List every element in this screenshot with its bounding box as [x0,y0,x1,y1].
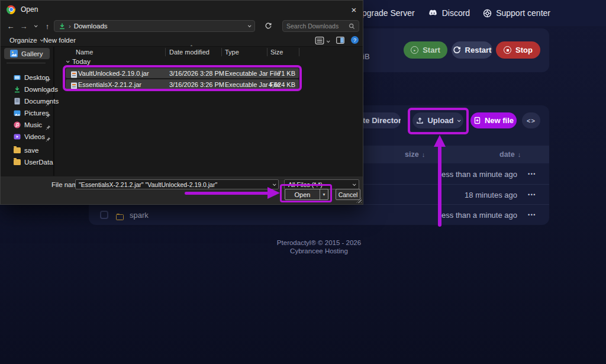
stop-circle-icon [504,46,511,54]
column-header-name[interactable]: Name [76,49,93,56]
sidebar-item-gallery[interactable]: Gallery [4,48,50,59]
start-button[interactable]: ▸ Start [404,41,447,59]
footer-host: Cybrancee Hosting [277,247,361,255]
discord-icon [428,9,438,17]
play-circle-icon: ▸ [411,46,418,54]
recent-locations-chevron[interactable] [30,18,41,34]
gallery-label: Gallery [21,50,43,57]
size-column-header[interactable]: size ↓ [405,146,425,163]
sidebar-item-documents[interactable]: Documents [1,96,53,107]
sort-desc-icon: ↓ [422,151,426,158]
back-button[interactable]: ← [5,18,16,34]
refresh-button[interactable] [261,20,275,32]
chevron-down-icon [66,59,70,63]
sort-asc-icon: ˆ [191,44,192,50]
support-lifebuoy-icon [483,9,492,18]
sidebar-item-pictures[interactable]: Pictures [1,108,53,118]
up-button[interactable]: ↑ [42,18,53,34]
forward-button[interactable]: → [18,18,29,34]
file-row-selected[interactable]: VaultUnlocked-2.19.0.jar 3/16/2026 3:28 … [66,68,299,78]
sidebar-item-desktop[interactable]: Desktop [1,72,53,83]
panel-header-links: ↑ Upgrade Server Discord Support center [347,0,550,26]
pictures-icon [14,109,21,117]
chevron-down-icon[interactable] [273,182,276,186]
support-center-label: Support center [496,8,550,18]
new-folder-button[interactable]: New folder [43,34,76,47]
chevron-down-icon [353,182,356,186]
folder-icon [116,214,124,220]
row-menu-icon[interactable]: ••• [528,171,536,177]
desktop-icon [14,74,21,81]
start-label: Start [423,46,440,54]
cancel-button[interactable]: Cancel [336,189,360,200]
preview-pane-button[interactable] [336,36,344,44]
open-file-dialog: Open × ← → ↑ › Downloads Organize New fo… [0,0,363,205]
file-type-select[interactable]: All Files (*.*) [284,179,359,189]
row-menu-icon[interactable]: ••• [528,192,536,198]
list-view-icon [315,37,324,44]
restart-label: Restart [465,46,492,54]
sort-desc-icon: ↓ [518,151,521,158]
dialog-footer: File name: All Files (*.*) Open ▼ Cancel [1,176,363,204]
downloads-icon [59,22,66,30]
table-row-spark[interactable]: spark less than a minute ago ••• [89,204,549,225]
sidebar-item-music[interactable]: Music [1,120,53,130]
create-directory-label: te Directory [363,116,401,125]
stop-button[interactable]: Stop [496,41,540,59]
address-bar[interactable]: › Downloads [54,20,255,32]
file-size: 71 KB [278,70,295,77]
preview-pane-icon [336,37,344,44]
column-header-type[interactable]: Type [225,49,239,56]
file-date: 3/16/2026 3:26 PM [169,81,224,88]
file-size: 4,624 KB [269,81,295,88]
support-center-link[interactable]: Support center [483,8,550,18]
open-button[interactable]: Open [285,189,320,199]
jar-file-icon [70,70,78,80]
file-name-input[interactable] [79,181,270,188]
sidebar-item-userdata[interactable]: UserData [1,157,53,167]
discord-link[interactable]: Discord [428,8,470,18]
column-header-date-modified[interactable]: Date modified [169,49,209,56]
refresh-icon [265,22,272,30]
sidebar-item-videos[interactable]: Videos [1,131,53,142]
document-icon [14,98,21,105]
new-file-label: New file [485,116,514,125]
sidebar-item-downloads[interactable]: Downloads [1,84,53,95]
file-type: Executable Jar File [225,70,281,77]
search-input[interactable] [286,22,346,30]
discord-label: Discord [442,8,470,18]
date-column-header[interactable]: date ↓ [499,146,521,163]
view-mode-chevron[interactable] [327,35,329,48]
downloads-icon [14,86,21,93]
folder-icon [14,159,21,166]
column-header-size[interactable]: Size [270,49,283,56]
file-row-selected[interactable]: EssentialsX-2.21.2.jar 3/16/2026 3:26 PM… [66,79,299,89]
close-icon[interactable]: × [345,1,363,18]
open-dropdown-button[interactable]: ▼ [320,189,328,199]
dialog-body: Gallery Desktop Downloads Documents Pict… [1,47,363,176]
organize-menu[interactable]: Organize [9,34,43,47]
code-editor-button[interactable]: <> [522,112,540,128]
row-menu-icon[interactable]: ••• [528,212,536,218]
dialog-title-bar[interactable]: Open [1,1,363,18]
upload-arrow-shaft [438,146,441,227]
group-header-today[interactable]: Today [66,58,91,65]
breadcrumb-location[interactable]: Downloads [74,22,108,30]
row-checkbox[interactable] [100,211,108,219]
sidebar-item-save[interactable]: save [1,145,53,156]
breadcrumb-chevron-icon: › [69,22,71,30]
pin-icon [46,134,51,144]
folder-icon [14,147,21,154]
jar-file-icon [70,81,78,92]
chrome-icon [7,5,15,14]
view-mode-button[interactable] [315,36,324,44]
music-icon [14,121,21,128]
sidebar-separator [7,63,46,63]
footer-copyright: Pterodactyl® © 2015 - 2026 [277,239,361,247]
restart-button[interactable]: Restart [452,41,492,59]
dialog-command-bar: Organize New folder ? [1,34,363,47]
help-icon[interactable]: ? [351,36,359,44]
address-dropdown-chevron[interactable] [248,24,252,27]
new-file-button[interactable]: New file [470,112,517,128]
file-name-combobox [75,179,279,189]
